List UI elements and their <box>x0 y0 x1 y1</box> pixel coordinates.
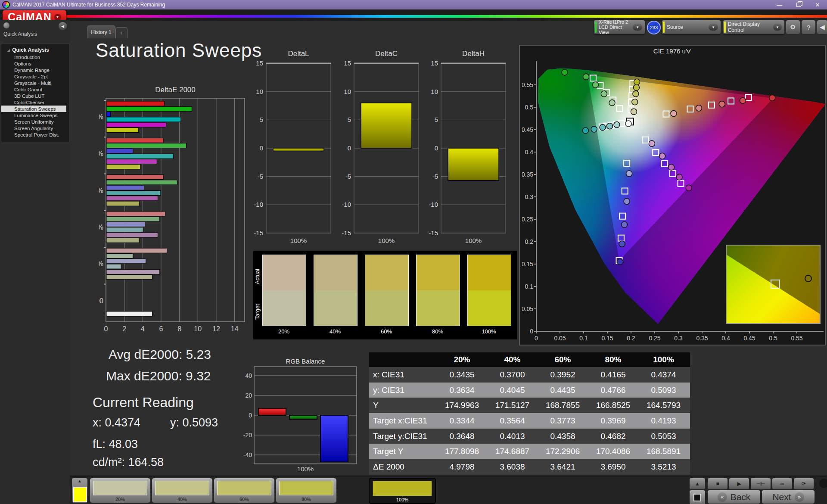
svg-text:10: 10 <box>194 325 202 333</box>
help-button[interactable]: ? <box>801 20 816 34</box>
display-control-label: Direct Display Control <box>728 21 773 33</box>
patch-swatch <box>217 481 271 495</box>
svg-text:20%: 20% <box>99 260 103 268</box>
sidebar-collapse-button[interactable]: ◀ <box>59 22 67 30</box>
tree-expand-icon[interactable]: ◢ <box>7 48 10 52</box>
actual-swatch <box>417 255 460 290</box>
patch-label: 20% <box>90 497 150 502</box>
table-cell: 174.6887 <box>487 447 538 456</box>
sidebar-item-color-gamut[interactable]: Color Gamut <box>1 86 69 93</box>
sidebar-item-spectral-power-dist-[interactable]: Spectral Power Dist. <box>1 131 69 138</box>
next-chevrons-icon: » <box>795 492 804 502</box>
sidebar-item-3d-cube-lut[interactable]: 3D Cube LUT <box>1 93 69 99</box>
sidebar-item-saturation-sweeps[interactable]: Saturation Sweeps <box>1 106 66 112</box>
table-cell: 164.5793 <box>638 401 689 410</box>
table-row: Y174.9963171.5127168.7855166.8525164.579… <box>369 398 690 413</box>
patch-button-80%[interactable]: 80% <box>276 478 337 503</box>
window-title: CalMAN 2017 CalMAN Ultimate for Business… <box>12 2 165 8</box>
actual-swatch <box>314 255 357 290</box>
sidebar-item-introduction[interactable]: Introduction <box>1 54 69 60</box>
target-row-label: Target <box>254 295 261 329</box>
back-button[interactable]: « Back <box>707 490 761 504</box>
meter-name: X-Rite i1Pro 2 <box>599 19 628 25</box>
patch-swatch <box>279 481 333 495</box>
swatch-column-20% <box>262 255 306 326</box>
patch-button-40%[interactable]: 40% <box>152 478 213 503</box>
meter-count-badge: 233 <box>647 21 661 34</box>
row-label: ΔE 2000 <box>369 462 437 472</box>
up-arrow-icon[interactable]: ▲ <box>72 479 87 483</box>
table-header-row: 20%40%60%80%100% <box>369 352 690 367</box>
svg-text:DeltaL: DeltaL <box>288 50 309 58</box>
patch-button-60%[interactable]: 60% <box>214 478 275 503</box>
svg-text:0: 0 <box>260 144 263 152</box>
bottom-bar: ▲ 20%40%60%80%100% ▲ ■▶⊣⊢∞⟳ « Back Next … <box>70 476 827 504</box>
transport-up-button[interactable]: ▲ <box>689 478 706 490</box>
svg-text:0.15: 0.15 <box>601 335 613 342</box>
sidebar-item-dynamic-range[interactable]: Dynamic Range <box>1 67 69 73</box>
sidebar-item-colorchecker[interactable]: ColorChecker <box>1 99 69 106</box>
restore-icon[interactable] <box>789 0 808 9</box>
table-cell: 177.8098 <box>437 447 487 456</box>
svg-text:0.3: 0.3 <box>525 193 534 200</box>
swatch-column-60% <box>365 255 409 326</box>
sidebar-item-grayscale-multi[interactable]: Grayscale - Multi <box>1 80 69 86</box>
rainbow-gradient <box>66 15 827 18</box>
swatch-label: 20% <box>262 328 305 335</box>
svg-text:100%: 100% <box>378 237 395 244</box>
play-icon: ▶ <box>737 481 741 487</box>
stop-big-button[interactable] <box>689 490 706 504</box>
stop-button[interactable]: ■ <box>707 478 728 490</box>
header-strip <box>0 9 827 21</box>
next-button[interactable]: Next » <box>762 490 815 504</box>
patch-label: 60% <box>214 497 274 502</box>
svg-text:100%: 100% <box>465 237 482 244</box>
chevron-down-icon[interactable]: ▼ <box>633 24 642 31</box>
target-swatch <box>263 290 306 326</box>
workflow-dot-icon[interactable] <box>3 22 9 28</box>
table-cell: 0.4045 <box>487 386 538 395</box>
patch-button-100%[interactable]: 100% <box>369 478 436 504</box>
svg-text:DeltaE 2000: DeltaE 2000 <box>155 86 196 94</box>
source-selector[interactable]: Source ▼ <box>662 20 721 34</box>
patch-button-20%[interactable]: 20% <box>90 478 151 503</box>
display-control-selector[interactable]: Direct Display Control ▼ <box>723 20 785 34</box>
tab-history-1[interactable]: History 1 <box>87 25 115 38</box>
settings-button[interactable]: ⚙ <box>786 20 800 34</box>
step-button[interactable]: ⊣⊢ <box>750 478 771 490</box>
collapse-left-icon: ◀ <box>820 23 825 31</box>
sidebar-item-luminance-sweeps[interactable]: Luminance Sweeps <box>1 112 69 118</box>
sidebar-item-grayscale-2pt[interactable]: Grayscale - 2pt <box>1 73 69 80</box>
sidebar-item-screen-angularity[interactable]: Screen Angularity <box>1 125 69 131</box>
actual-swatch <box>263 255 306 290</box>
svg-text:DeltaC: DeltaC <box>375 50 398 58</box>
play-button[interactable]: ▶ <box>729 478 749 490</box>
table-cell: 0.5093 <box>638 386 689 395</box>
loop-button[interactable]: ∞ <box>772 478 793 490</box>
svg-text:0.45: 0.45 <box>522 126 533 133</box>
tab-add-button[interactable]: + <box>115 27 127 38</box>
chevron-down-icon[interactable]: ▼ <box>773 24 782 31</box>
refresh-button[interactable]: ⟳ <box>793 478 814 490</box>
svg-text:0: 0 <box>104 325 108 333</box>
svg-text:0.4: 0.4 <box>721 335 730 342</box>
meter-selector[interactable]: X-Rite i1Pro 2 LCD Direct View ▼ <box>594 20 645 34</box>
svg-text:0: 0 <box>249 412 252 419</box>
actual-swatch <box>365 255 408 290</box>
svg-text:-5: -5 <box>432 173 438 180</box>
meter-status-strip <box>595 22 597 33</box>
svg-text:0.25: 0.25 <box>649 335 660 342</box>
table-header-cell: 80% <box>588 355 638 364</box>
current-x: x: 0.4374 <box>93 416 140 429</box>
svg-text:6: 6 <box>159 325 163 333</box>
close-icon[interactable]: ✕ <box>808 0 827 9</box>
minimize-icon[interactable]: — <box>770 0 789 9</box>
patch-selector-tile[interactable]: ▲ <box>72 478 88 503</box>
sidebar-item-options[interactable]: Options <box>1 60 69 67</box>
sidebar-item-screen-uniformity[interactable]: Screen Uniformity <box>1 118 69 125</box>
collapse-panel-button[interactable]: ◀ <box>817 20 827 34</box>
inset-target-marker <box>771 280 780 289</box>
swatch-label: 100% <box>467 328 510 335</box>
chevron-down-icon[interactable]: ▼ <box>709 24 718 31</box>
tree-root[interactable]: ◢ Quick Analysis <box>1 44 69 54</box>
